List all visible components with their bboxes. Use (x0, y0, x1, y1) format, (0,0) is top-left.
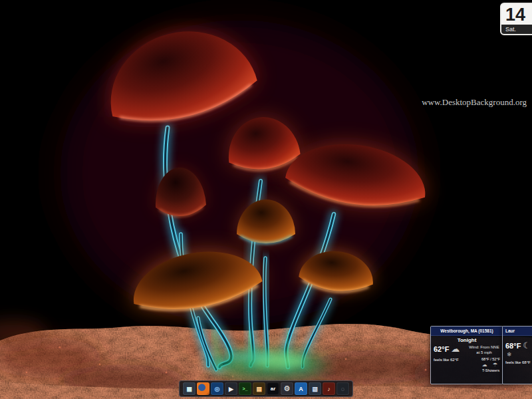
dock-icon-music-player[interactable]: ♪ (323, 382, 335, 395)
clock-widget[interactable]: 14 Sat. (500, 3, 532, 35)
moon-icon: ☾ (523, 341, 531, 350)
cloud-icon: ☁ (451, 344, 460, 353)
cloud-mini-icon: ☁ (482, 362, 489, 368)
dock-icon-web-browser[interactable]: ◎ (211, 382, 223, 395)
weather-period: Tonight (431, 337, 503, 343)
dock-icon-settings-gear[interactable]: ⚙ (281, 382, 293, 395)
weather-temp: 68°F (505, 342, 521, 350)
dock: ▦ ◎ ▶ >_ ▤ ar ⚙ A ▧ ♪ ◌ (179, 380, 353, 397)
clock-day: Sat. (501, 25, 532, 34)
watermark-text: www.DesktopBackground.org (422, 97, 527, 108)
weather-wind: Wind: From NNE at 5 mph (468, 344, 500, 355)
dock-icon-media-player[interactable]: ▶ (225, 382, 237, 395)
dock-icon-package-manager[interactable]: ▤ (253, 382, 265, 395)
weather-location: Laur (503, 327, 532, 336)
weather-forecast: 68°F / 52°F ☁ ☂ T-Showers (481, 357, 500, 373)
weather-hi-lo: 68°F / 52°F (481, 357, 500, 362)
dock-icon-file-manager[interactable]: ▧ (309, 382, 321, 395)
weather-feels-like: feels like 62°F (434, 357, 462, 373)
dock-icon-archive-tool[interactable]: ar (267, 382, 279, 395)
desktop: 14 Sat. www.DesktopBackground.org Westbo… (0, 0, 532, 399)
weather-widget-secondary[interactable]: Laur 68°F ☾ ❄ feels like 68°F (502, 326, 532, 384)
dock-icon-word-processor[interactable]: A (295, 382, 307, 395)
dock-icon-firefox[interactable] (197, 382, 209, 395)
dock-icon-show-desktop[interactable]: ▦ (183, 382, 196, 395)
weather-widget-westborough[interactable]: Westborough, MA (01581) Tonight 62°F ☁ W… (430, 326, 503, 384)
dock-icon-terminal[interactable]: >_ (239, 382, 251, 395)
base-glow (213, 350, 326, 379)
weather-location: Westborough, MA (01581) (431, 327, 503, 336)
snow-mini-icon: ❄ (507, 351, 514, 358)
weather-temp: 62°F (434, 345, 449, 353)
rain-mini-icon: ☂ (493, 362, 499, 368)
weather-feels-like: feels like 68°F (505, 360, 532, 365)
dock-icon-trash[interactable]: ◌ (336, 382, 349, 395)
clock-time: 14 (501, 4, 532, 25)
weather-forecast-condition: T-Showers (481, 368, 500, 373)
